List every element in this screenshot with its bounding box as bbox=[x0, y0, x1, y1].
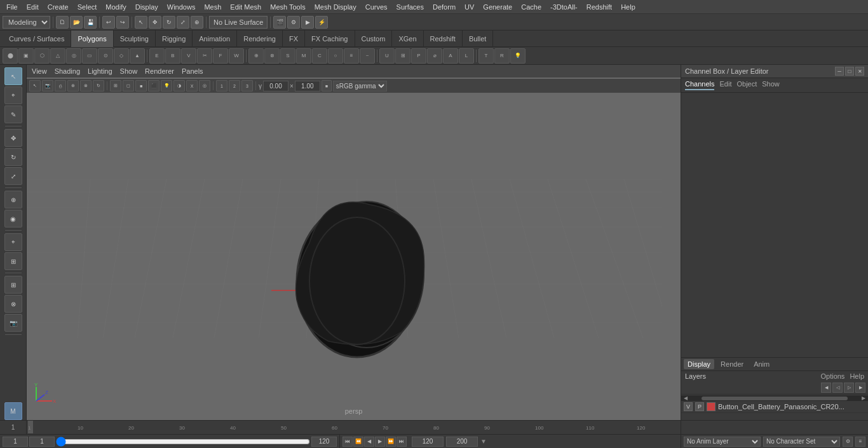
char-set-dropdown[interactable]: No Character Set bbox=[763, 437, 840, 447]
shelf-automatic[interactable]: A bbox=[443, 48, 458, 64]
shelf-sphere[interactable]: ⬤ bbox=[3, 48, 18, 64]
shelf-offset-loop[interactable]: ≡ bbox=[344, 48, 359, 64]
move-tool-btn[interactable]: ✥ bbox=[4, 129, 22, 147]
menu-cache[interactable]: Cache bbox=[517, 2, 545, 12]
layer-prev2-btn[interactable]: ◁ bbox=[832, 383, 843, 393]
open-scene-btn[interactable]: 📂 bbox=[70, 16, 83, 29]
menu-3dtoall[interactable]: -3DtoAll- bbox=[546, 2, 581, 12]
shelf-combine[interactable]: ⊕ bbox=[248, 48, 264, 64]
shelf-mirror[interactable]: M bbox=[296, 48, 311, 64]
play-forward-btn[interactable]: ▶ bbox=[375, 437, 385, 447]
shelf-target-weld[interactable]: W bbox=[229, 48, 244, 64]
select-tool-btn[interactable]: ↖ bbox=[4, 67, 22, 85]
vp-menu-renderer[interactable]: Renderer bbox=[145, 67, 174, 75]
menu-redshift[interactable]: Redshift bbox=[583, 2, 616, 12]
menu-windows[interactable]: Windows bbox=[163, 2, 200, 12]
vp-wireframe-btn[interactable]: ◻ bbox=[123, 80, 134, 92]
menu-create[interactable]: Create bbox=[44, 2, 72, 12]
anim-range-end[interactable] bbox=[446, 437, 478, 447]
shelf-uv-editor[interactable]: U bbox=[379, 48, 395, 64]
vp-menu-shading[interactable]: Shading bbox=[55, 67, 80, 75]
cb-tab-edit[interactable]: Edit bbox=[719, 80, 731, 90]
layer-color-swatch[interactable] bbox=[707, 402, 715, 411]
menu-help[interactable]: Help bbox=[617, 2, 639, 12]
play-back-btn[interactable]: ◀ bbox=[364, 437, 374, 447]
vp-gamma-input[interactable] bbox=[263, 81, 288, 92]
frame-end-input[interactable] bbox=[311, 437, 337, 447]
shelf-torus[interactable]: ◎ bbox=[66, 48, 81, 64]
tab-custom[interactable]: Custom bbox=[355, 31, 393, 47]
layer-next2-btn[interactable]: ▶ bbox=[855, 383, 865, 393]
shelf-separate[interactable]: ⊗ bbox=[264, 48, 280, 64]
vp-shadow-btn[interactable]: ◑ bbox=[173, 80, 185, 92]
tab-sculpting[interactable]: Sculpting bbox=[114, 31, 156, 47]
shelf-bevel[interactable]: V bbox=[181, 48, 196, 64]
vp-light-btn[interactable]: 💡 bbox=[161, 80, 172, 92]
rotate-tool-btn[interactable]: ↻ bbox=[4, 148, 22, 166]
soft-mod-btn[interactable]: ◉ bbox=[4, 210, 22, 227]
vp-color-space-select[interactable]: sRGB gamma bbox=[333, 81, 387, 92]
grid-toggle-btn[interactable]: ⊞ bbox=[4, 276, 22, 294]
shelf-crease[interactable]: ~ bbox=[360, 48, 375, 64]
vp-tool-select[interactable]: ↖ bbox=[29, 80, 41, 92]
shelf-connect[interactable]: C bbox=[312, 48, 327, 64]
shelf-disk[interactable]: ⊙ bbox=[98, 48, 113, 64]
menu-generate[interactable]: Generate bbox=[479, 2, 516, 12]
viewport[interactable]: View Shading Lighting Show Renderer Pane… bbox=[27, 65, 681, 420]
redo-btn[interactable]: ↪ bbox=[116, 16, 129, 29]
vp-smooth3-btn[interactable]: 3 bbox=[241, 80, 253, 92]
vp-mult-input[interactable] bbox=[295, 81, 320, 92]
vp-tool-cam2[interactable]: ⎙ bbox=[55, 80, 66, 92]
menu-select[interactable]: Select bbox=[74, 2, 101, 12]
menu-modify[interactable]: Modify bbox=[102, 2, 130, 12]
lasso-tool-btn[interactable]: ⌖ bbox=[4, 86, 22, 104]
panel-minimize-btn[interactable]: ─ bbox=[835, 67, 844, 76]
go-to-end-btn[interactable]: ⏭ bbox=[397, 437, 407, 447]
vp-isolate-btn[interactable]: ◎ bbox=[199, 80, 210, 92]
shelf-pyramid[interactable]: ▲ bbox=[130, 48, 145, 64]
menu-deform[interactable]: Deform bbox=[429, 2, 459, 12]
menu-edit[interactable]: Edit bbox=[23, 2, 43, 12]
layers-help[interactable]: Help bbox=[850, 372, 864, 380]
maya-logo-btn[interactable]: M bbox=[4, 402, 22, 420]
vp-tool-snap[interactable]: ⊕ bbox=[67, 80, 79, 92]
frame-start-input[interactable] bbox=[3, 437, 28, 447]
tab-fx-caching[interactable]: FX Caching bbox=[305, 31, 355, 47]
rotate-btn[interactable]: ↻ bbox=[163, 16, 175, 29]
shelf-plane[interactable]: ▭ bbox=[82, 48, 97, 64]
shelf-bridge[interactable]: B bbox=[165, 48, 180, 64]
step-forward-btn[interactable]: ⏩ bbox=[386, 437, 396, 447]
undo-btn[interactable]: ↩ bbox=[102, 16, 115, 29]
new-scene-btn[interactable]: 🗋 bbox=[56, 16, 69, 29]
snap-tool-btn[interactable]: ⊕ bbox=[4, 191, 22, 208]
vp-tool-cam[interactable]: 📷 bbox=[42, 80, 53, 92]
tab-curves-surfaces[interactable]: Curves / Surfaces bbox=[3, 31, 71, 47]
vp-solid-btn[interactable]: ■ bbox=[135, 80, 147, 92]
shelf-fill-hole[interactable]: F bbox=[213, 48, 228, 64]
tab-rigging[interactable]: Rigging bbox=[156, 31, 193, 47]
menu-mesh-display[interactable]: Mesh Display bbox=[311, 2, 360, 12]
scale-btn[interactable]: ⤢ bbox=[177, 16, 189, 29]
shelf-layout[interactable]: L bbox=[459, 48, 474, 64]
vp-menu-show[interactable]: Show bbox=[120, 67, 138, 75]
layer-vis-toggle[interactable]: V bbox=[684, 402, 693, 411]
panel-maximize-btn[interactable]: □ bbox=[845, 67, 854, 76]
menu-uv[interactable]: UV bbox=[461, 2, 478, 12]
menu-mesh[interactable]: Mesh bbox=[200, 2, 225, 12]
camera-btn[interactable]: 📷 bbox=[4, 314, 22, 332]
vp-menu-view[interactable]: View bbox=[32, 67, 47, 75]
timeline-track[interactable]: 1 10 20 30 40 50 60 70 80 90 100 110 120 bbox=[27, 421, 681, 434]
frame-scrubber[interactable] bbox=[56, 437, 310, 446]
layer-prev-btn[interactable]: ◀ bbox=[821, 383, 831, 393]
shelf-unfold[interactable]: ⊞ bbox=[395, 48, 410, 64]
vp-xray-btn[interactable]: X bbox=[186, 80, 198, 92]
scroll-left-arrow[interactable]: ◀ bbox=[682, 395, 689, 402]
vp-smooth-btn[interactable]: 1 bbox=[216, 80, 227, 92]
vp-menu-lighting[interactable]: Lighting bbox=[88, 67, 112, 75]
shelf-rs-light[interactable]: 💡 bbox=[510, 48, 526, 64]
cb-tab-show[interactable]: Show bbox=[762, 80, 780, 90]
axes-btn[interactable]: ⊗ bbox=[4, 295, 22, 313]
vp-grid-btn[interactable]: ⊞ bbox=[110, 80, 121, 92]
tab-fx[interactable]: FX bbox=[283, 31, 305, 47]
layers-scrollbar[interactable]: ◀ ▶ bbox=[681, 395, 868, 401]
